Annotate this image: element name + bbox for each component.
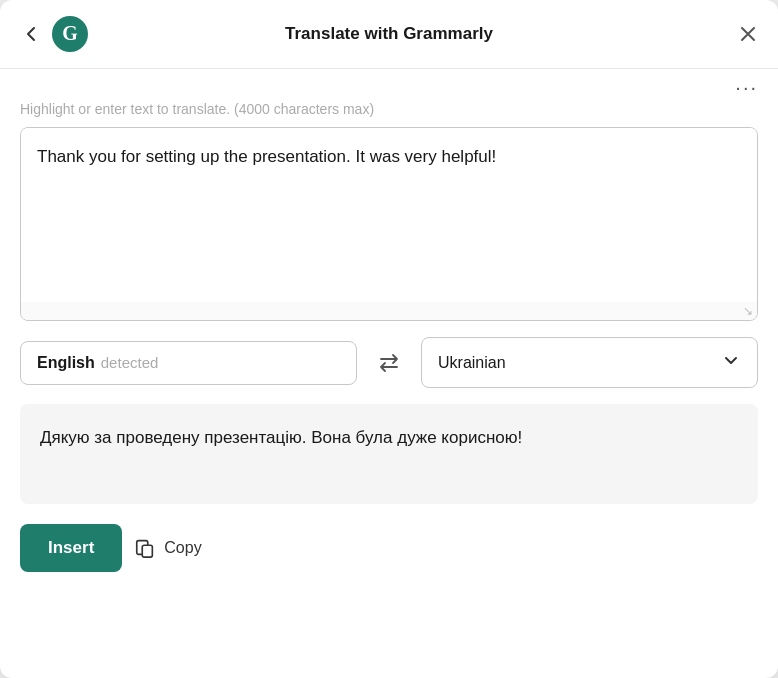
resize-handle: ↘ — [21, 302, 757, 320]
swap-languages-button[interactable] — [369, 343, 409, 383]
action-row: Insert Copy — [0, 504, 778, 592]
source-input-area: ↘ — [20, 127, 758, 321]
close-button[interactable] — [738, 24, 758, 44]
copy-label: Copy — [164, 539, 201, 557]
source-language-display: English detected — [20, 341, 357, 385]
chevron-down-icon — [721, 350, 741, 375]
translate-window: G Translate with Grammarly ··· Highlight… — [0, 0, 778, 678]
translation-output: Дякую за проведену презентацію. Вона бул… — [20, 404, 758, 504]
copy-icon — [134, 537, 156, 559]
header: G Translate with Grammarly — [0, 0, 778, 69]
target-language-name: Ukrainian — [438, 354, 506, 372]
svg-text:G: G — [62, 22, 78, 44]
language-row: English detected Ukrainian — [0, 321, 778, 404]
grammarly-logo: G — [52, 16, 88, 52]
target-language-selector[interactable]: Ukrainian — [421, 337, 758, 388]
resize-icon: ↘ — [743, 304, 753, 318]
back-button[interactable] — [20, 23, 42, 45]
source-textarea[interactable] — [21, 128, 757, 298]
insert-button[interactable]: Insert — [20, 524, 122, 572]
more-options-button[interactable]: ··· — [735, 77, 758, 97]
copy-button[interactable]: Copy — [134, 537, 201, 559]
svg-rect-2 — [143, 545, 153, 557]
translation-text: Дякую за проведену презентацію. Вона бул… — [40, 424, 738, 451]
toolbar: ··· — [0, 69, 778, 101]
source-detected-label: detected — [101, 354, 159, 371]
source-language-name: English — [37, 354, 95, 372]
header-title: Translate with Grammarly — [285, 24, 493, 44]
hint-text: Highlight or enter text to translate. (4… — [0, 101, 778, 127]
